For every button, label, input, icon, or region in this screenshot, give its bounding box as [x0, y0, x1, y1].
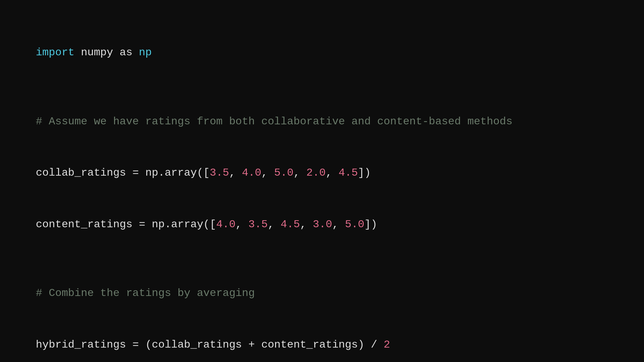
content-var: content_ratings	[36, 218, 132, 231]
blank-1	[10, 78, 634, 96]
content-n1: 4.0	[216, 218, 236, 231]
np-alias: np	[139, 46, 152, 59]
hybrid-expr: (collab_ratings + content_ratings) /	[145, 339, 384, 351]
close-bracket-1: ])	[358, 167, 371, 179]
content-n4: 3.0	[313, 218, 332, 231]
content-c4: ,	[332, 218, 345, 231]
collab-n5: 4.5	[338, 167, 358, 179]
blank-2	[10, 250, 634, 267]
content-c1: ,	[235, 218, 248, 231]
hybrid-ratings-line: hybrid_ratings = (collab_ratings + conte…	[10, 319, 634, 362]
hybrid-var: hybrid_ratings	[36, 339, 126, 351]
import-line: import numpy as np	[10, 27, 634, 78]
collab-var: collab_ratings	[36, 167, 126, 179]
import-keyword: import	[36, 46, 74, 59]
np-array-call-2: np.array	[152, 218, 203, 231]
open-bracket-1: ([	[197, 167, 210, 179]
assign-op-2: =	[132, 218, 152, 231]
assign-op-3: =	[126, 339, 146, 351]
numpy-name	[74, 46, 81, 59]
numpy-word: numpy	[81, 46, 113, 59]
content-c2: ,	[268, 218, 280, 231]
content-c3: ,	[300, 218, 313, 231]
assign-op-1: =	[126, 167, 146, 179]
collab-c2: ,	[261, 167, 274, 179]
comment-text-1: # Assume we have ratings from both colla…	[36, 115, 513, 128]
collab-c3: ,	[293, 167, 306, 179]
collab-c1: ,	[229, 167, 242, 179]
np-array-call-1: np.array	[145, 167, 197, 179]
collab-n2: 4.0	[242, 167, 261, 179]
collab-c4: ,	[326, 167, 338, 179]
code-block: import numpy as np # Assume we have rati…	[0, 0, 644, 362]
comment-line-2: # Combine the ratings by averaging	[10, 267, 634, 319]
content-n5: 5.0	[345, 218, 365, 231]
as-space	[113, 46, 119, 59]
np-space	[132, 46, 139, 59]
content-ratings-line: content_ratings = np.array([4.0, 3.5, 4.…	[10, 199, 634, 250]
open-bracket-2: ([	[203, 218, 216, 231]
collab-n3: 5.0	[274, 167, 293, 179]
collab-n1: 3.5	[210, 167, 229, 179]
content-n2: 3.5	[249, 218, 268, 231]
hybrid-divisor: 2	[384, 339, 390, 351]
as-keyword: as	[119, 46, 132, 59]
comment-text-2: # Combine the ratings by averaging	[36, 287, 255, 299]
collab-ratings-line: collab_ratings = np.array([3.5, 4.0, 5.0…	[10, 147, 634, 199]
content-n3: 4.5	[281, 218, 300, 231]
collab-n4: 2.0	[306, 167, 326, 179]
close-bracket-2: ])	[364, 218, 377, 231]
comment-line-1: # Assume we have ratings from both colla…	[10, 96, 634, 147]
